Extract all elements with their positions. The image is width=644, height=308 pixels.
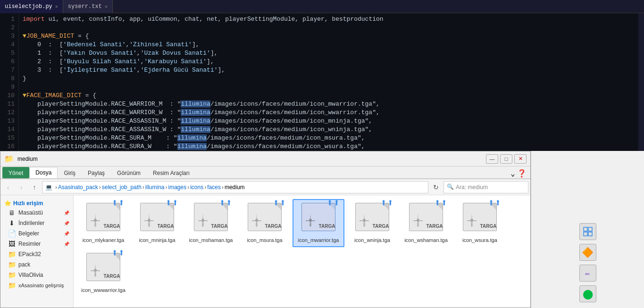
tab-close-uiselectjob[interactable]: ✕: [55, 4, 58, 9]
code-line-2: [23, 24, 635, 32]
code-content: 12345 678910 1112131415 161718 import ui…: [0, 13, 644, 151]
folder-villa-icon: 📁: [8, 271, 16, 279]
address-path[interactable]: 💻 › Asasinato_pack › select_job_path › i…: [42, 181, 428, 193]
sidebar-item-xasasinato[interactable]: 📁 xAsasinato gelişmiş: [0, 280, 73, 291]
line-numbers: 12345 678910 1112131415 161718: [0, 13, 19, 151]
sidebar-item-pack[interactable]: 📁 pack: [0, 259, 73, 270]
code-line-1: import ui, event, constInfo, app, uiComm…: [23, 15, 635, 24]
sword-preview: [87, 213, 104, 228]
targa-text-mlykaner: TARGA: [104, 224, 120, 229]
file-item-wshaman[interactable]: ⬆ ⬆ TARGA icon_wshaman.tga: [400, 199, 452, 247]
computer-icon: 💻: [45, 184, 52, 191]
ribbon: Yönet Dosya Giriş Paylaş Görünüm Resim A…: [0, 166, 530, 179]
minimize-button[interactable]: —: [486, 154, 498, 164]
ribbon-tab-giris[interactable]: Giriş: [58, 167, 82, 178]
forward-button[interactable]: ›: [16, 182, 27, 193]
search-icon: 🔍: [447, 183, 454, 191]
code-line-14: playerSettingModule.RACE_ASSASSIN_W : "i…: [23, 125, 635, 134]
targa-icon-mlykaner: ⬆ ⬆ TARGA: [84, 203, 122, 236]
tab-label-syserr: syserr.txt: [68, 3, 102, 10]
tab-uiselectjob[interactable]: uiselectjob.py ✕: [0, 0, 63, 13]
file-name-msura: icon_msura.tga: [247, 237, 282, 243]
file-item-mlykaner[interactable]: ⬆ ⬆ TARGA icon_mlykaner.tg: [77, 199, 129, 247]
maximize-button[interactable]: □: [500, 154, 512, 164]
sidebar: ⭐ Hızlı erişim 🖥 Masaüstü 📌 ⬇ İndirilenl…: [0, 195, 74, 308]
grid-icon-button[interactable]: [579, 223, 596, 240]
file-item-mshaman[interactable]: ⬆ ⬆ TARGA icon_mshaman.tga: [185, 199, 237, 247]
documents-icon: 📄: [8, 230, 16, 237]
file-item-wninja[interactable]: ⬆ ⬆ TARGA icon_wninja.tga: [346, 199, 398, 247]
editor-area: uiselectjob.py ✕ syserr.txt ✕ 12345 6789…: [0, 0, 644, 151]
file-item-msura[interactable]: ⬆ ⬆ TARGA icon_msura.tga: [239, 199, 291, 247]
code-line-10: ▼FACE_IMAGE_DICT = {: [23, 92, 635, 100]
sidebar-item-epack32[interactable]: 📁 EPack32: [0, 249, 73, 259]
path-faces[interactable]: faces: [207, 184, 221, 191]
sidebar-label-villaolivia: VillaOlivia: [18, 272, 43, 278]
tab-bar: uiselectjob.py ✕ syserr.txt ✕: [0, 0, 644, 13]
file-item-mninja[interactable]: ⬆ ⬆ TARGA icon_mninja.tga: [131, 199, 183, 247]
pin-icon-belgeler: 📌: [64, 231, 69, 236]
ribbon-tab-yonet[interactable]: Yönet: [2, 167, 29, 178]
search-placeholder: Ara: medium: [456, 184, 488, 191]
tab-syserr[interactable]: syserr.txt ✕: [63, 0, 113, 13]
file-item-wsura[interactable]: ⬆ ⬆ TARGA icon_wsura.tga: [454, 199, 506, 247]
editor-scrollbar[interactable]: [638, 13, 644, 151]
window-titlebar: 📁 medium — □ ✕: [0, 151, 530, 166]
refresh-button[interactable]: ↻: [430, 182, 442, 193]
svg-point-7: [470, 219, 473, 222]
pen-icon-button[interactable]: ✏: [579, 265, 596, 282]
search-box[interactable]: 🔍 Ara: medium: [443, 181, 528, 193]
sidebar-item-belgeler[interactable]: 📄 Belgeler 📌: [0, 228, 73, 239]
sidebar-item-indirilenler[interactable]: ⬇ İndirilenler 📌: [0, 218, 73, 228]
tab-close-syserr[interactable]: ✕: [105, 4, 108, 9]
path-asasinato[interactable]: Asasinato_pack: [58, 184, 98, 191]
file-name-mninja: icon_mninja.tga: [139, 237, 175, 243]
pin-icon-masaustu: 📌: [64, 210, 69, 216]
code-line-15: playerSettingModule.RACE_SURA_M : "illum…: [23, 134, 635, 142]
ribbon-tab-paylas[interactable]: Paylaş: [82, 167, 111, 178]
code-line-13: playerSettingModule.RACE_ASSASSIN_M : "i…: [23, 117, 635, 125]
ribbon-help-icon[interactable]: ❓: [517, 169, 527, 178]
back-button[interactable]: ‹: [2, 182, 14, 193]
file-name-mshaman: icon_mshaman.tga: [189, 237, 233, 243]
path-images[interactable]: images: [168, 184, 187, 191]
ribbon-tab-dosya[interactable]: Dosya: [29, 167, 58, 178]
sidebar-label-belgeler: Belgeler: [18, 230, 39, 237]
code-line-7: 3 : ['İyileştirme Sanati','Ejderha Gücü …: [23, 66, 635, 75]
path-selectjob[interactable]: select_job_path: [102, 184, 142, 191]
svg-point-4: [309, 219, 312, 222]
sidebar-item-masaustu[interactable]: 🖥 Masaüstü 📌: [0, 208, 73, 218]
svg-point-2: [201, 219, 204, 222]
ribbon-tab-resim[interactable]: Resim Araçları: [147, 167, 196, 178]
svg-rect-11: [584, 232, 587, 236]
sidebar-item-villaolivia[interactable]: 📁 VillaOlivia: [0, 270, 73, 280]
ribbon-collapse-icon[interactable]: ⌄: [510, 169, 515, 178]
code-line-6: 2 : ['Buyulu Silah Sanati','Karabuyu San…: [23, 58, 635, 66]
file-name-wshaman: icon_wshaman.tga: [404, 237, 448, 243]
path-icons[interactable]: icons: [190, 184, 203, 191]
orange-icon-button[interactable]: 🔶: [579, 244, 596, 261]
sidebar-label-masaustu: Masaüstü: [18, 209, 43, 216]
file-grid: ⬆ ⬆ TARGA icon_mlykaner.tg: [74, 195, 530, 308]
ribbon-tab-gorunum[interactable]: Görünüm: [111, 167, 147, 178]
code-line-16: playerSettingModule.RACE_SURA_W : "illum…: [23, 142, 635, 151]
desktop-icon: 🖥: [8, 209, 16, 216]
code-lines[interactable]: import ui, event, constInfo, app, uiComm…: [19, 13, 638, 151]
sidebar-label-epack32: EPack32: [18, 251, 41, 258]
star-icon: ⭐: [4, 200, 11, 207]
svg-point-1: [148, 219, 151, 222]
path-illumina[interactable]: illumina: [145, 184, 165, 191]
close-button[interactable]: ✕: [514, 154, 527, 164]
right-panel: 🔶 ✏ ⬤: [531, 151, 644, 308]
file-item-wwarrior[interactable]: ⬆ ⬆ TARGA icon_wwwarrior.t: [77, 249, 129, 297]
code-line-11: playerSettingModule.RACE_WARRIOR_M : "il…: [23, 100, 635, 108]
green-circle-button[interactable]: ⬤: [579, 285, 596, 302]
svg-rect-9: [584, 227, 587, 231]
address-bar: ‹ › ↑ 💻 › Asasinato_pack › select_job_pa…: [0, 179, 530, 195]
file-item-mwarrior[interactable]: ⬆ ⬆ TARGA icon_mwarrior.tg: [293, 199, 344, 247]
sidebar-item-resimler[interactable]: 🖼 Resimler 📌: [0, 239, 73, 249]
file-name-wwarrior: icon_wwwarrior.tga: [81, 287, 125, 293]
grid-icon: [583, 227, 593, 236]
up-button[interactable]: ↑: [29, 182, 40, 193]
code-line-4: 0 : ['Bedensel Sanati','Zihinsel Sanati'…: [23, 41, 635, 49]
